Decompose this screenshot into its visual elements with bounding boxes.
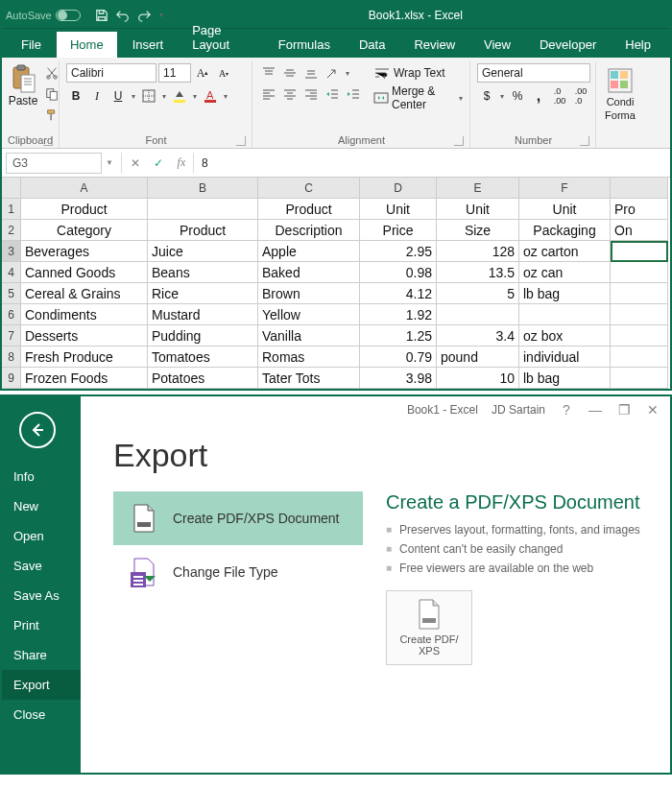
cell[interactable]: 1.25 [360, 325, 437, 346]
row-header-8[interactable]: 8 [2, 346, 21, 368]
cell[interactable]: Pro [611, 199, 668, 220]
tab-insert[interactable]: Insert [119, 32, 178, 58]
cell[interactable]: 3.98 [360, 368, 437, 389]
tab-developer[interactable]: Developer [526, 32, 610, 58]
wrap-text-button[interactable]: Wrap Text [372, 63, 464, 83]
cell[interactable]: Fresh Produce [21, 346, 148, 368]
conditional-formatting-button[interactable]: Condi Forma [603, 63, 637, 148]
cell[interactable]: Tomatoes [148, 346, 258, 368]
row-header-4[interactable]: 4 [2, 262, 21, 283]
row-header-5[interactable]: 5 [2, 283, 21, 304]
tab-file[interactable]: File [8, 32, 55, 58]
cell[interactable]: Price [360, 220, 437, 241]
cell[interactable] [437, 304, 519, 325]
export-option-0[interactable]: Create PDF/XPS Document [113, 491, 363, 545]
col-header-D[interactable]: D [360, 178, 437, 199]
cell[interactable]: Unit [360, 199, 437, 220]
underline-more-icon[interactable]: ▾ [130, 92, 137, 101]
align-bottom-icon[interactable] [301, 63, 321, 83]
cell[interactable]: lb bag [519, 283, 611, 304]
cell[interactable]: Category [21, 220, 148, 241]
cell[interactable] [611, 304, 668, 325]
cell[interactable]: Baked [258, 262, 360, 283]
cell[interactable]: lb bag [519, 368, 611, 389]
cell[interactable]: 128 [437, 241, 519, 262]
dialog-launcher-icon[interactable] [454, 136, 464, 146]
redo-icon[interactable] [136, 8, 152, 23]
row-header-6[interactable]: 6 [2, 304, 21, 325]
cell[interactable]: 0.98 [360, 262, 437, 283]
font-name-input[interactable]: Calibri [66, 63, 156, 83]
comma-button[interactable]: , [529, 86, 548, 106]
undo-icon[interactable] [115, 8, 131, 23]
cell[interactable]: Pudding [148, 325, 258, 346]
cell[interactable]: 13.5 [437, 262, 519, 283]
currency-button[interactable]: $ [477, 86, 496, 106]
cancel-formula-icon[interactable]: ✕ [124, 153, 147, 174]
cell[interactable]: 0.79 [360, 346, 437, 368]
cell[interactable]: 5 [437, 283, 519, 304]
spreadsheet-grid[interactable]: ABCDEF1ProductProductUnitUnitUnitPro2Cat… [2, 178, 670, 389]
cell[interactable] [611, 368, 668, 389]
align-middle-icon[interactable] [280, 63, 300, 83]
cell[interactable]: individual [519, 346, 611, 368]
align-left-icon[interactable] [259, 84, 278, 104]
nav-share[interactable]: Share [2, 640, 81, 670]
shrink-font-icon[interactable]: A▾ [214, 63, 233, 83]
cell[interactable]: Vanilla [258, 325, 360, 346]
cell[interactable]: Brown [258, 283, 360, 304]
cell[interactable]: Yellow [258, 304, 360, 325]
nav-new[interactable]: New [2, 491, 81, 521]
orientation-icon[interactable] [323, 63, 342, 83]
close-icon[interactable]: ✕ [645, 402, 660, 418]
tab-home[interactable]: Home [57, 32, 117, 58]
create-pdfxps-button[interactable]: Create PDF/ XPS [386, 590, 472, 665]
cell[interactable] [611, 346, 668, 368]
cell[interactable]: Unit [437, 199, 519, 220]
align-top-icon[interactable] [259, 63, 278, 83]
nav-close[interactable]: Close [2, 700, 81, 729]
bold-button[interactable]: B [66, 86, 85, 106]
increase-indent-icon[interactable] [344, 84, 363, 104]
increase-decimal-icon[interactable]: .0.00 [550, 86, 569, 106]
tab-formulas[interactable]: Formulas [265, 32, 344, 58]
dialog-launcher-icon[interactable] [236, 136, 246, 146]
fill-color-icon[interactable] [170, 86, 189, 106]
cell[interactable]: Condiments [21, 304, 148, 325]
font-color-icon[interactable]: A [201, 86, 220, 106]
cell[interactable]: Product [258, 199, 360, 220]
nav-print[interactable]: Print [2, 610, 81, 640]
formula-input[interactable]: 8 [193, 153, 670, 174]
cell[interactable]: 1.92 [360, 304, 437, 325]
tab-page-layout[interactable]: Page Layout [179, 17, 263, 58]
row-header-3[interactable]: 3 [2, 241, 21, 262]
cell[interactable]: Beans [148, 262, 258, 283]
fx-icon[interactable]: fx [170, 153, 193, 174]
accept-formula-icon[interactable]: ✓ [147, 153, 170, 174]
cell[interactable]: Beverages [21, 241, 148, 262]
align-right-icon[interactable] [301, 84, 321, 104]
row-header-9[interactable]: 9 [2, 368, 21, 389]
cell[interactable]: Tater Tots [258, 368, 360, 389]
cell[interactable]: 10 [437, 368, 519, 389]
decrease-indent-icon[interactable] [323, 84, 342, 104]
cell[interactable]: Desserts [21, 325, 148, 346]
paste-button[interactable]: Paste [8, 63, 38, 107]
row-header-7[interactable]: 7 [2, 325, 21, 346]
cell[interactable]: Canned Goods [21, 262, 148, 283]
col-header-A[interactable]: A [21, 178, 148, 199]
align-center-icon[interactable] [280, 84, 300, 104]
autosave-toggle[interactable]: AutoSave [6, 10, 81, 21]
merge-center-button[interactable]: Merge & Center ▾ [372, 84, 464, 111]
export-option-1[interactable]: Change File Type [113, 545, 363, 599]
grow-font-icon[interactable]: A▴ [193, 63, 212, 83]
cell[interactable]: On [611, 220, 668, 241]
cell[interactable]: 2.95 [360, 241, 437, 262]
cell[interactable]: Description [258, 220, 360, 241]
cell[interactable] [148, 199, 258, 220]
select-all-corner[interactable] [2, 178, 21, 199]
nav-open[interactable]: Open [2, 521, 81, 551]
cell[interactable]: Product [21, 199, 148, 220]
cell[interactable]: Size [437, 220, 519, 241]
italic-button[interactable]: I [87, 86, 107, 106]
